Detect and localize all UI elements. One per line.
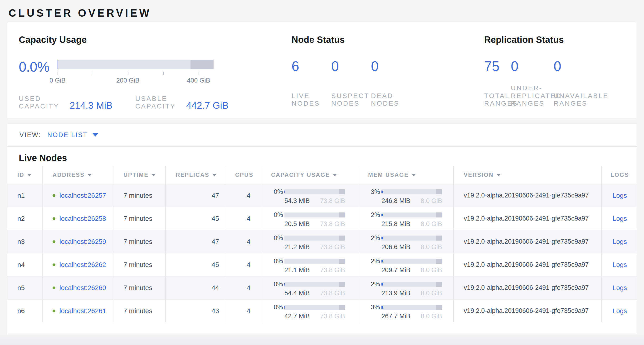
node-address-link[interactable]: localhost:26261	[60, 307, 106, 315]
column-header-id[interactable]: ID	[7, 166, 42, 184]
logs-cell: Logs	[602, 230, 638, 253]
sort-icon[interactable]	[212, 174, 216, 176]
total-ranges-count: 75	[484, 59, 511, 73]
reserved-segment	[339, 212, 345, 217]
capacity-usage-cell: 0% 54.3 MiB73.8 GiB	[261, 184, 358, 207]
usage-fill	[382, 306, 383, 308]
used-capacity-label: USED CAPACITY	[19, 95, 59, 110]
reserved-segment	[436, 189, 442, 194]
mem-total-value: 8.0 GiB	[421, 313, 442, 320]
logs-link[interactable]: Logs	[612, 261, 627, 269]
mem-used-value: 206.6 MiB	[382, 243, 410, 251]
usable-capacity-value: 442.7 GiB	[186, 101, 228, 110]
node-id-cell: n6	[7, 299, 42, 322]
table-row: n3 localhost:26259 7 minutes 47 4 0% 21.…	[7, 230, 637, 253]
view-dropdown[interactable]: NODE LIST	[47, 131, 98, 139]
capacity-percent: 0%	[268, 304, 283, 311]
logs-link[interactable]: Logs	[612, 238, 627, 245]
reserved-segment	[339, 305, 345, 310]
capacity-total-value: 73.8 GiB	[320, 266, 345, 274]
version-cell: v19.2.0-alpha.20190606-2491-gfe735c9a97	[453, 207, 602, 230]
mem-usage-cell: 3% 246.8 MiB8.0 GiB	[358, 184, 453, 207]
capacity-total-value: 73.8 GiB	[320, 243, 345, 251]
replicas-cell: 47	[165, 230, 225, 253]
chevron-down-icon[interactable]	[92, 133, 98, 137]
logs-link[interactable]: Logs	[612, 307, 627, 315]
logs-link[interactable]: Logs	[612, 284, 627, 292]
column-header-logs: LOGS	[602, 166, 638, 184]
mem-percent: 2%	[365, 234, 380, 242]
column-header-replicas[interactable]: REPLICAS	[165, 166, 225, 184]
node-address-cell: localhost:26258	[42, 207, 113, 230]
node-id-cell: n2	[7, 207, 42, 230]
logs-link[interactable]: Logs	[612, 192, 627, 199]
capacity-percent: 0%	[268, 188, 283, 196]
replicas-cell: 44	[165, 276, 225, 299]
node-address-link[interactable]: localhost:26257	[60, 192, 106, 199]
uptime-cell: 7 minutes	[113, 184, 165, 207]
logs-link[interactable]: Logs	[612, 215, 627, 222]
sort-icon[interactable]	[412, 174, 416, 176]
usage-fill	[382, 214, 383, 216]
version-cell: v19.2.0-alpha.20190606-2491-gfe735c9a97	[453, 230, 602, 253]
logs-cell: Logs	[602, 207, 638, 230]
cpus-cell: 4	[225, 253, 261, 276]
live-status-icon	[52, 309, 56, 312]
used-capacity-stat: USED CAPACITY 214.3 MiB	[19, 95, 112, 110]
table-row: n2 localhost:26258 7 minutes 45 4 0% 20.…	[7, 207, 637, 230]
column-header-mem-usage[interactable]: MEM USAGE	[358, 166, 453, 184]
logs-cell: Logs	[602, 184, 638, 207]
live-status-icon	[52, 194, 56, 197]
column-header-uptime[interactable]: UPTIME	[113, 166, 165, 184]
mem-usage-bar	[382, 212, 442, 217]
column-header-version[interactable]: VERSION	[453, 166, 602, 184]
capacity-usage-cell: 0% 20.5 MiB73.8 GiB	[261, 207, 358, 230]
logs-cell: Logs	[602, 299, 638, 322]
usable-capacity-stat: USABLE CAPACITY 442.7 GiB	[135, 95, 228, 110]
capacity-used-value: 54.4 MiB	[284, 289, 310, 297]
table-row: n4 localhost:26262 7 minutes 45 4 0% 21.…	[7, 253, 637, 276]
capacity-used-value: 42.7 MiB	[284, 313, 310, 320]
cluster-overview-page: CLUSTER OVERVIEW Capacity Usage 0.0% 0 G…	[0, 0, 644, 345]
uptime-cell: 7 minutes	[113, 207, 165, 230]
view-selector-bar: VIEW: NODE LIST	[7, 124, 637, 147]
node-id-cell: n3	[7, 230, 42, 253]
version-cell: v19.2.0-alpha.20190606-2491-gfe735c9a97	[453, 299, 602, 322]
capacity-usage-cell: 0% 21.2 MiB73.8 GiB	[261, 230, 358, 253]
column-header-capacity-usage[interactable]: CAPACITY USAGE	[261, 166, 358, 184]
replicas-cell: 43	[165, 299, 225, 322]
sort-icon[interactable]	[88, 174, 92, 176]
column-header-address[interactable]: ADDRESS	[42, 166, 113, 184]
capacity-total-value: 73.8 GiB	[320, 197, 345, 205]
capacity-usage-section: Capacity Usage 0.0% 0 GiB 200 GiB 400 Gi…	[19, 35, 292, 119]
axis-tick-label: 400 GiB	[187, 77, 210, 84]
unavailable-count: 0	[554, 59, 608, 73]
node-address-link[interactable]: localhost:26262	[60, 261, 106, 269]
node-address-link[interactable]: localhost:26258	[60, 215, 106, 222]
mem-usage-bar	[382, 259, 442, 264]
capacity-usage-bar	[284, 259, 345, 264]
page-bottom-strip	[0, 335, 644, 345]
axis-tick	[198, 72, 199, 75]
version-cell: v19.2.0-alpha.20190606-2491-gfe735c9a97	[453, 276, 602, 299]
dead-nodes-stat: 0 DEAD NODES	[371, 59, 411, 107]
usable-capacity-label: USABLE CAPACITY	[135, 95, 176, 110]
cpus-cell: 4	[225, 184, 261, 207]
sort-icon[interactable]	[27, 174, 32, 176]
node-address-link[interactable]: localhost:26260	[60, 284, 106, 292]
view-dropdown-value[interactable]: NODE LIST	[47, 131, 88, 139]
sort-icon[interactable]	[152, 174, 156, 176]
logs-cell: Logs	[602, 253, 638, 276]
mem-used-value: 213.9 MiB	[382, 289, 410, 297]
sort-icon[interactable]	[496, 174, 501, 176]
sort-icon[interactable]	[333, 174, 337, 176]
reserved-segment	[436, 305, 442, 310]
node-address-link[interactable]: localhost:26259	[60, 238, 106, 245]
node-address-cell: localhost:26261	[42, 299, 113, 322]
page-title: CLUSTER OVERVIEW	[8, 7, 151, 19]
capacity-used-value: 21.2 MiB	[284, 243, 310, 251]
node-address-cell: localhost:26260	[42, 276, 113, 299]
capacity-bar	[58, 60, 214, 69]
reserved-segment	[436, 236, 442, 240]
capacity-percent: 0%	[268, 234, 283, 242]
